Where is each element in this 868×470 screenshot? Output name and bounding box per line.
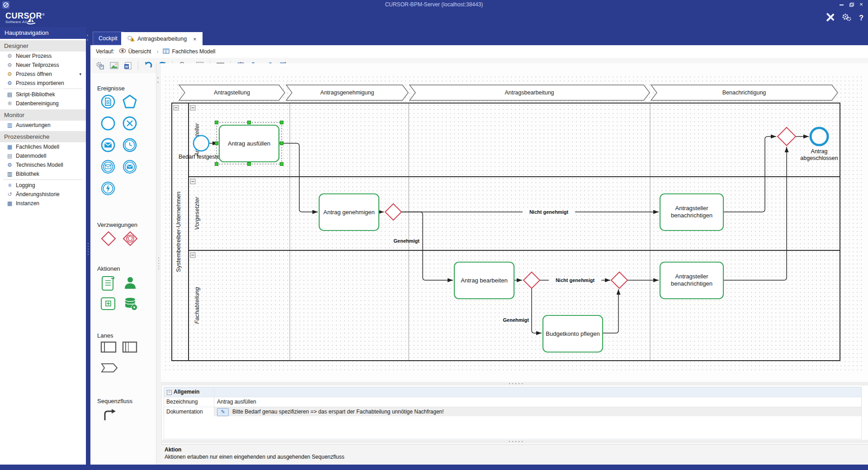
palette-message-event-icon[interactable]: [100, 137, 116, 155]
breadcrumb-prefix: Verlauf:: [96, 48, 114, 55]
gear-plus-icon: ⚙: [6, 53, 14, 59]
task-antrag-bearbeiten[interactable]: Antrag bearbeiten: [454, 262, 514, 299]
export-image-icon[interactable]: [109, 61, 119, 70]
tab-close-icon[interactable]: ×: [193, 36, 197, 42]
pool-collapse-icon[interactable]: [174, 105, 179, 110]
palette-section-ereignisse: Ereignisse: [97, 85, 125, 92]
sidebar-item-label: Instanzen: [16, 200, 39, 207]
gateway-genehmigung[interactable]: [385, 204, 401, 220]
edge-label-genehmigt[interactable]: Genehmigt: [394, 238, 420, 244]
brand-name: CURSOR: [5, 11, 42, 20]
gateway-bearbeitung[interactable]: [524, 272, 540, 288]
palette-signal-event-icon[interactable]: [100, 181, 116, 198]
app-header: CURSOR® Software AG ?: [0, 10, 868, 27]
section-monitor: Monitor: [0, 109, 86, 121]
palette-milestone-icon[interactable]: [100, 362, 118, 375]
palette-lane-icon[interactable]: [122, 341, 137, 355]
dropdown-caret-icon[interactable]: ▾: [79, 72, 81, 76]
palette-section-aktionen: Aktionen: [97, 265, 120, 272]
palette-complex-gateway-icon[interactable]: [122, 230, 138, 249]
sidebar-item-instanzen[interactable]: ▦ Instanzen: [0, 199, 86, 208]
sidebar-item-neuer-teilprozess[interactable]: ⚙ Neuer Teilprozess: [0, 61, 86, 70]
task-antrag-genehmigen[interactable]: Antrag genehmigen: [319, 194, 379, 230]
bpmn-diagram: Antragstellung Antragsgenehmigung Antrag…: [161, 63, 868, 382]
edge-label-nicht-genehmigt[interactable]: Nicht genehmigt: [556, 277, 595, 283]
sidebar-splitter[interactable]: ‹ ›: [86, 27, 90, 465]
minimize-button[interactable]: [836, 1, 846, 8]
palette-subprocess-action-icon[interactable]: [100, 297, 116, 312]
palette-data-action-icon[interactable]: [123, 296, 138, 313]
collapse-left-icon[interactable]: ‹: [157, 76, 159, 80]
lane-vorgesetzter[interactable]: Vorgesetzter: [190, 179, 200, 230]
sidebar-item-prozess-oeffnen[interactable]: ⚙ Prozess öffnen ▾: [0, 70, 86, 79]
palette-throw-message-icon[interactable]: [122, 159, 137, 176]
sidebar-item-aenderungshistorie[interactable]: ↺ Änderungshistorie: [0, 190, 86, 199]
palette-pentagon-event-icon[interactable]: [122, 94, 137, 111]
splitter-grip[interactable]: [158, 258, 159, 269]
splitter-grip[interactable]: [509, 383, 523, 384]
export-word-icon[interactable]: W: [123, 61, 133, 70]
palette-intermediate-message-icon[interactable]: [100, 159, 116, 176]
expand-right-icon[interactable]: ›: [157, 80, 159, 84]
task-budgetkonto-pflegen[interactable]: Budgetkonto pflegen: [543, 315, 603, 352]
diagram-canvas[interactable]: Antragstellung Antragsgenehmigung Antrag…: [161, 63, 868, 382]
sidebar-item-datenbereinigung[interactable]: ✻ Datenbereinigung: [0, 99, 86, 108]
start-event[interactable]: Bedarf festgestellt: [179, 136, 224, 160]
property-row-dokumentation[interactable]: Dokumentation ✎ Bitte Bedarf genau spezi…: [164, 407, 861, 417]
sidebar-item-fachliches-modell[interactable]: ▦ Fachliches Modell: [0, 142, 86, 151]
palette-pool-icon[interactable]: [100, 341, 117, 355]
sidebar-item-bibliothek[interactable]: ▥ Bibliothek: [0, 169, 86, 179]
edge-label-nicht-genehmigt[interactable]: Nicht genehmigt: [529, 209, 569, 215]
breadcrumb-item-uebersicht[interactable]: Übersicht: [119, 48, 151, 55]
restore-button[interactable]: [846, 1, 856, 8]
collapse-group-icon[interactable]: −: [167, 390, 172, 395]
gateway-merge-fachabteilung[interactable]: [611, 272, 627, 288]
undo-icon[interactable]: [143, 61, 153, 70]
property-value[interactable]: Antrag ausfüllen: [214, 397, 861, 407]
status-bar: [0, 465, 868, 470]
breadcrumb-item-fachliches-modell[interactable]: Fachliches Modell: [163, 48, 215, 55]
settings-gears-icon[interactable]: [842, 13, 852, 24]
palette-user-action-icon[interactable]: [123, 275, 137, 291]
properties-group-row[interactable]: −Allgemein: [164, 387, 861, 397]
splitter-grip[interactable]: [88, 243, 89, 255]
close-button[interactable]: ×: [856, 1, 866, 8]
end-event[interactable]: Antrag abgeschlossen: [800, 128, 838, 161]
sidebar-item-prozess-importieren[interactable]: ⚙ Prozess importieren: [0, 79, 86, 88]
palette-document-event-icon[interactable]: [100, 94, 116, 111]
gateway-merge-benachrichtigung[interactable]: [778, 127, 796, 146]
sidebar-item-datenmodell[interactable]: ▤ Datenmodell: [0, 151, 86, 160]
task-benachrichtigen-vorgesetzter[interactable]: Antragsteller benachrichtigen: [660, 194, 723, 230]
task-benachrichtigen-fachabteilung[interactable]: Antragsteller benachrichtigen: [660, 262, 723, 299]
palette-cancel-event-icon[interactable]: [122, 116, 137, 133]
tab-antragsbearbeitung[interactable]: Antragsbearbeitung ×: [121, 32, 203, 45]
palette-start-event-icon[interactable]: [100, 116, 116, 133]
phase-label: Antragstellung: [214, 89, 250, 96]
property-row-bezeichnung[interactable]: Bezeichnung Antrag ausfüllen: [164, 397, 861, 407]
properties-splitter[interactable]: [161, 382, 868, 385]
palette-exclusive-gateway-icon[interactable]: [100, 230, 117, 249]
sidebar-item-technisches-modell[interactable]: ⚙ Technisches Modell: [0, 160, 86, 169]
tab-cockpit[interactable]: Cockpit: [93, 32, 123, 45]
sidebar-item-logging[interactable]: ≡ Logging: [0, 181, 86, 190]
pencil-icon: ✎: [221, 409, 225, 414]
lane-fachabteilung[interactable]: Fachabteilung: [190, 253, 200, 324]
palette-script-action-icon[interactable]: [100, 274, 116, 292]
edit-documentation-button[interactable]: ✎: [217, 408, 229, 416]
palette-sequence-flow-icon[interactable]: [101, 407, 117, 423]
sidebar-item-neuer-prozess[interactable]: ⚙ Neuer Prozess: [0, 52, 86, 61]
splitter-grip[interactable]: [509, 441, 523, 442]
sidebar-item-label: Prozess importieren: [16, 80, 64, 86]
expand-right-icon[interactable]: ›: [87, 38, 88, 42]
sidebar-item-skript-bibliothek[interactable]: ▤ Skript-Bibliothek: [0, 90, 86, 99]
property-value[interactable]: Bitte Bedarf genau spezifizieren => das …: [232, 407, 444, 417]
edge-label-genehmigt[interactable]: Genehmigt: [503, 317, 529, 323]
info-splitter[interactable]: [161, 440, 868, 443]
palette-timer-event-icon[interactable]: [122, 137, 137, 155]
tools-icon[interactable]: [826, 13, 835, 24]
sidebar-item-auswertungen[interactable]: ▥ Auswertungen: [0, 121, 86, 130]
collapse-left-icon[interactable]: ‹: [87, 33, 88, 37]
export-process-icon[interactable]: [95, 61, 105, 70]
task-antrag-ausfuellen[interactable]: Antrag ausfüllen: [215, 121, 283, 166]
help-icon[interactable]: ?: [859, 14, 863, 22]
